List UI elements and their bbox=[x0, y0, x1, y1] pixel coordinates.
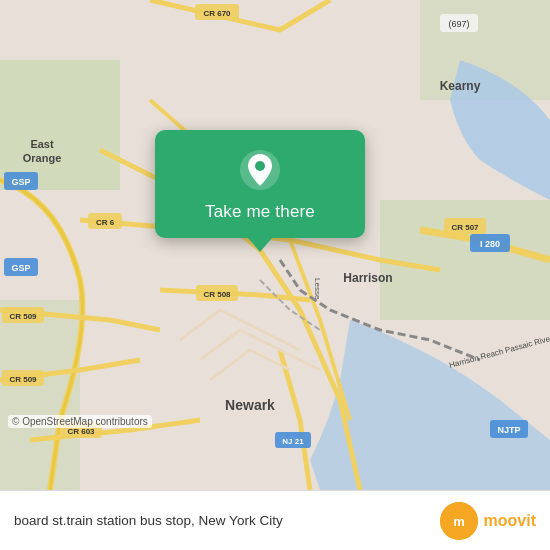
popup-card[interactable]: Take me there bbox=[155, 130, 365, 238]
svg-text:Harrison: Harrison bbox=[343, 271, 392, 285]
svg-text:Newark: Newark bbox=[225, 397, 275, 413]
svg-text:I 280: I 280 bbox=[480, 239, 500, 249]
location-pin-icon bbox=[238, 148, 282, 192]
svg-text:CR 507: CR 507 bbox=[451, 223, 479, 232]
svg-text:Orange: Orange bbox=[23, 152, 62, 164]
svg-rect-1 bbox=[0, 60, 120, 190]
svg-text:CR 670: CR 670 bbox=[203, 9, 231, 18]
svg-text:CR 603: CR 603 bbox=[67, 427, 95, 436]
svg-text:(697): (697) bbox=[448, 19, 469, 29]
svg-text:CR 508: CR 508 bbox=[203, 290, 231, 299]
svg-text:CR 6: CR 6 bbox=[96, 218, 115, 227]
svg-text:GSP: GSP bbox=[11, 177, 30, 187]
moovit-logo-svg: m bbox=[440, 502, 478, 540]
map-container: GSP CR 670 (697) CR 6 GSP CR 509 CR 507 … bbox=[0, 0, 550, 490]
svg-text:m: m bbox=[453, 514, 465, 529]
moovit-text: moovit bbox=[484, 512, 536, 530]
svg-text:Kearny: Kearny bbox=[440, 79, 481, 93]
svg-text:CR 509: CR 509 bbox=[9, 312, 37, 321]
bottom-bar: board st.train station bus stop, New Yor… bbox=[0, 490, 550, 550]
location-text: board st.train station bus stop, New Yor… bbox=[14, 513, 440, 528]
svg-point-39 bbox=[255, 161, 265, 171]
moovit-circle: m bbox=[440, 502, 478, 540]
svg-text:East: East bbox=[30, 138, 54, 150]
take-me-there-button[interactable]: Take me there bbox=[205, 202, 315, 222]
svg-text:Lesse: Lesse bbox=[313, 278, 322, 300]
svg-text:NJTP: NJTP bbox=[497, 425, 520, 435]
copyright-text: © OpenStreetMap contributors bbox=[8, 415, 152, 428]
svg-text:CR 509: CR 509 bbox=[9, 375, 37, 384]
svg-text:NJ 21: NJ 21 bbox=[282, 437, 304, 446]
svg-text:GSP: GSP bbox=[11, 263, 30, 273]
moovit-logo: m moovit bbox=[440, 502, 536, 540]
